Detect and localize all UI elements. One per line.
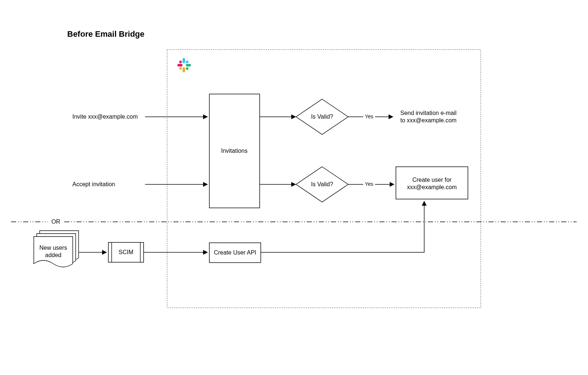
or-divider: OR (11, 219, 577, 225)
node-is-valid-2-label: Is Valid? (311, 181, 333, 187)
node-create-user (396, 167, 468, 199)
svg-rect-6 (177, 64, 183, 66)
input-accept-label: Accept invitation (72, 181, 115, 187)
node-create-user-line1: Create user for (412, 177, 452, 183)
node-new-users-line1: New users (39, 245, 67, 251)
node-create-user-line2: xxx@example.com (407, 184, 457, 190)
node-send-email-line2: to xxx@example.com (400, 117, 457, 123)
node-create-user-api-label: Create User API (214, 249, 256, 256)
svg-rect-3 (186, 67, 188, 70)
edge-valid1-yes-label: Yes (365, 113, 374, 119)
svg-rect-1 (186, 61, 188, 63)
slack-icon (177, 58, 191, 72)
diagram-canvas: Before Email Bridge Invite xxx@example.c… (0, 0, 588, 375)
node-send-email-line1: Send invitation e-mail (400, 110, 457, 116)
edge-valid2-yes-label: Yes (365, 181, 374, 187)
node-invitations-label: Invitations (221, 148, 248, 154)
svg-rect-5 (179, 67, 182, 70)
input-invite-label: Invite xxx@example.com (72, 113, 138, 120)
svg-rect-2 (186, 64, 191, 66)
node-scim-label: SCIM (119, 249, 133, 255)
or-divider-label: OR (51, 219, 60, 225)
edge-api-to-create-user (261, 201, 424, 252)
svg-rect-4 (183, 67, 185, 72)
svg-rect-7 (179, 61, 182, 63)
svg-rect-0 (183, 58, 185, 63)
node-is-valid-1-label: Is Valid? (311, 113, 333, 120)
node-new-users-line2: added (45, 252, 62, 258)
diagram-title: Before Email Bridge (67, 29, 144, 39)
